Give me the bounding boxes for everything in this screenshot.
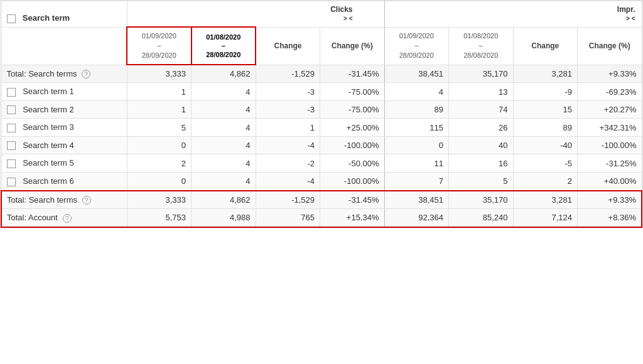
clicks-current: 5 [127, 119, 192, 137]
total-clicks-current: 3,333 [127, 65, 192, 83]
impr-current: 89 [384, 100, 449, 119]
bottom-total-row: Total: Search terms ? 3,333 4,862 -1,529… [1, 191, 642, 209]
total-impr-change: 3,281 [513, 65, 578, 83]
search-term-sub-header [1, 27, 127, 65]
impr-change: 89 [513, 119, 578, 137]
bottom-term-label: Total: Account [7, 213, 58, 222]
clicks-prev: 4 [192, 100, 256, 119]
bottom-impr-pct: +8.36% [578, 209, 642, 227]
bottom-clicks-current: 3,333 [127, 191, 192, 209]
total-clicks-change: -1,529 [256, 65, 320, 83]
bottom-clicks-pct: -31.45% [320, 191, 385, 209]
date-subheader-row: 01/09/2020–28/09/2020 01/08/2020–28/08/2… [1, 27, 642, 65]
impr-current: 0 [384, 136, 449, 154]
total-term-cell: Total: Search terms ? [1, 65, 127, 83]
clicks-pct: -50.00% [320, 154, 385, 173]
clicks-label: Clicks [330, 5, 352, 14]
bottom-term-cell: Total: Account ? [1, 209, 127, 227]
impr-pct: -69.23% [578, 83, 642, 101]
clicks-pct: -100.00% [320, 136, 385, 154]
clicks-prev-date: 01/08/2020–28/08/2020 [206, 33, 240, 58]
term-cell: Search term 2 [1, 100, 127, 119]
total-label: Total: Search terms [7, 69, 77, 78]
column-group-header-row: Search term Clicks > < Impr. > < [1, 1, 642, 28]
header-checkbox[interactable] [7, 14, 16, 23]
impr-change: 15 [513, 100, 578, 119]
impr-pct: +40.00% [578, 173, 642, 191]
impr-prev: 16 [449, 154, 514, 173]
main-table-wrapper: Search term Clicks > < Impr. > < 01/09/ [0, 0, 643, 228]
bottom-help-icon[interactable]: ? [63, 214, 72, 223]
total-impr-current: 38,451 [384, 65, 449, 83]
row-checkbox[interactable] [7, 105, 16, 114]
term-name: Search term 2 [23, 105, 74, 114]
clicks-sort-icon[interactable]: > < [343, 15, 352, 22]
clicks-change: 1 [256, 119, 320, 137]
bottom-impr-prev: 85,240 [449, 209, 514, 227]
term-cell: Search term 3 [1, 119, 127, 137]
clicks-pct-header: Change (%) [320, 27, 385, 65]
bottom-impr-change: 7,124 [513, 209, 578, 227]
clicks-prev: 4 [192, 83, 256, 101]
impr-pct: -31.25% [578, 154, 642, 173]
term-cell: Search term 1 [1, 83, 127, 101]
impr-change: -9 [513, 83, 578, 101]
impr-current: 115 [384, 119, 449, 137]
impr-prev: 26 [449, 119, 514, 137]
impr-current-date: 01/09/2020–28/09/2020 [399, 32, 434, 59]
term-name: Search term 4 [23, 141, 74, 150]
row-checkbox[interactable] [7, 141, 16, 150]
table-row: Search term 3 5 4 1 +25.00% 115 26 89 +3… [1, 119, 642, 137]
impr-group-header[interactable]: Impr. > < [384, 1, 642, 28]
row-checkbox[interactable] [7, 124, 16, 132]
bottom-impr-prev: 35,170 [449, 191, 514, 209]
clicks-pct: -100.00% [320, 173, 385, 191]
impr-prev: 74 [449, 100, 514, 119]
impr-change: -40 [513, 136, 578, 154]
clicks-pct: -75.00% [320, 100, 385, 119]
clicks-current: 0 [127, 136, 192, 154]
clicks-prev: 4 [192, 154, 256, 173]
term-name: Search term 1 [23, 87, 74, 96]
bottom-impr-pct: +9.33% [578, 191, 642, 209]
impr-current: 7 [384, 173, 449, 191]
clicks-change: -2 [256, 154, 320, 173]
bottom-clicks-change: 765 [256, 209, 320, 227]
bottom-term-cell: Total: Search terms ? [1, 191, 127, 209]
term-cell: Search term 4 [1, 136, 127, 154]
impr-change: -5 [513, 154, 578, 173]
table-row: Search term 5 2 4 -2 -50.00% 11 16 -5 -3… [1, 154, 642, 173]
impr-current: 11 [384, 154, 449, 173]
table-row: Search term 4 0 4 -4 -100.00% 0 40 -40 -… [1, 136, 642, 154]
clicks-change-header: Change [256, 27, 320, 65]
total-search-terms-row: Total: Search terms ? 3,333 4,862 -1,529… [1, 65, 642, 83]
bottom-clicks-current: 5,753 [127, 209, 192, 227]
impr-prev: 5 [449, 173, 514, 191]
impr-change: 2 [513, 173, 578, 191]
impr-pct: -100.00% [578, 136, 642, 154]
clicks-current: 1 [127, 100, 192, 119]
term-name: Search term 5 [23, 158, 74, 168]
bottom-clicks-prev: 4,862 [192, 191, 256, 209]
clicks-current-date: 01/09/2020–28/09/2020 [142, 32, 176, 59]
clicks-pct: -75.00% [320, 83, 385, 101]
term-cell: Search term 6 [1, 173, 127, 191]
row-checkbox[interactable] [7, 159, 16, 168]
search-terms-table: Search term Clicks > < Impr. > < 01/09/ [1, 1, 642, 228]
row-checkbox[interactable] [7, 88, 16, 97]
bottom-help-icon[interactable]: ? [82, 196, 91, 205]
search-term-header[interactable]: Search term [1, 1, 127, 28]
impr-prev: 40 [449, 136, 514, 154]
total-clicks-pct: -31.45% [320, 65, 385, 83]
total-help-icon[interactable]: ? [82, 70, 90, 78]
impr-prev-date: 01/08/2020–28/08/2020 [463, 32, 498, 59]
row-checkbox[interactable] [7, 178, 16, 186]
clicks-group-header[interactable]: Clicks > < [127, 1, 384, 28]
total-clicks-prev: 4,862 [192, 65, 256, 83]
impr-sort-icon[interactable]: > < [626, 15, 635, 22]
search-term-label: Search term [23, 13, 70, 23]
impr-pct: +20.27% [578, 100, 642, 119]
clicks-current: 1 [127, 83, 192, 101]
impr-pct: +342.31% [578, 119, 642, 137]
bottom-impr-current: 92,364 [384, 209, 449, 227]
